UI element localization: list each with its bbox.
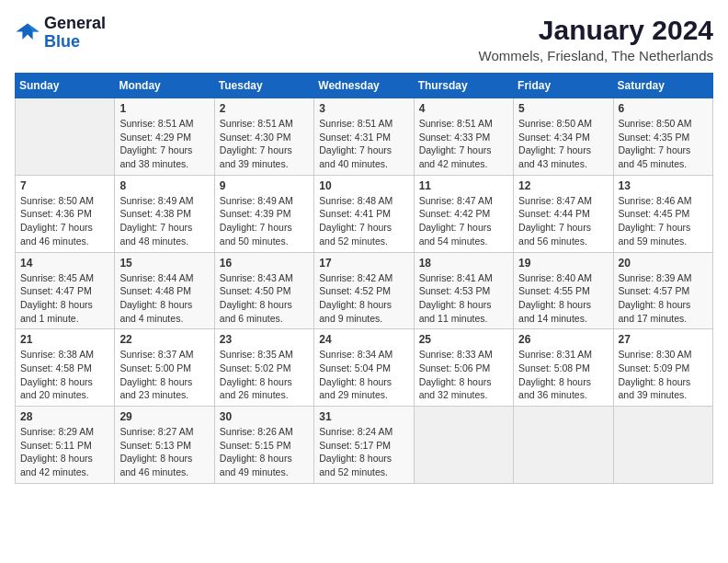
- day-number: 7: [20, 179, 109, 192]
- calendar-cell: [16, 98, 115, 176]
- day-number: 22: [119, 333, 209, 346]
- logo-line2: Blue: [44, 33, 106, 52]
- logo-line1: General: [44, 15, 106, 33]
- calendar-week-3: 14Sunrise: 8:45 AMSunset: 4:47 PMDayligh…: [16, 252, 713, 329]
- calendar-cell: 17Sunrise: 8:42 AMSunset: 4:52 PMDayligh…: [314, 252, 414, 329]
- calendar-week-1: 1Sunrise: 8:51 AMSunset: 4:29 PMDaylight…: [16, 98, 713, 176]
- day-info: Sunrise: 8:51 AMSunset: 4:29 PMDaylight:…: [119, 117, 209, 171]
- day-info: Sunrise: 8:37 AMSunset: 5:00 PMDaylight:…: [119, 348, 209, 402]
- calendar-cell: 26Sunrise: 8:31 AMSunset: 5:08 PMDayligh…: [514, 329, 613, 407]
- day-info: Sunrise: 8:30 AMSunset: 5:09 PMDaylight:…: [619, 348, 708, 402]
- calendar-cell: 14Sunrise: 8:45 AMSunset: 4:47 PMDayligh…: [16, 252, 115, 329]
- calendar-header-row: SundayMondayTuesdayWednesdayThursdayFrid…: [16, 74, 713, 98]
- day-number: 23: [220, 333, 309, 346]
- calendar-cell: 19Sunrise: 8:40 AMSunset: 4:55 PMDayligh…: [514, 252, 613, 329]
- day-info: Sunrise: 8:45 AMSunset: 4:47 PMDaylight:…: [20, 271, 109, 326]
- calendar-cell: 25Sunrise: 8:33 AMSunset: 5:06 PMDayligh…: [414, 329, 513, 407]
- day-info: Sunrise: 8:41 AMSunset: 4:53 PMDaylight:…: [419, 271, 508, 326]
- col-header-thursday: Thursday: [414, 74, 513, 98]
- day-info: Sunrise: 8:29 AMSunset: 5:11 PMDaylight:…: [20, 425, 109, 479]
- day-number: 2: [220, 102, 309, 115]
- day-info: Sunrise: 8:51 AMSunset: 4:30 PMDaylight:…: [220, 117, 309, 171]
- day-number: 24: [319, 333, 408, 346]
- day-number: 1: [119, 102, 209, 115]
- day-number: 27: [619, 333, 708, 346]
- col-header-sunday: Sunday: [16, 74, 115, 98]
- day-info: Sunrise: 8:35 AMSunset: 5:02 PMDaylight:…: [220, 348, 309, 402]
- calendar-cell: 9Sunrise: 8:49 AMSunset: 4:39 PMDaylight…: [214, 175, 313, 252]
- day-info: Sunrise: 8:27 AMSunset: 5:13 PMDaylight:…: [119, 425, 209, 479]
- day-info: Sunrise: 8:51 AMSunset: 4:31 PMDaylight:…: [319, 117, 408, 171]
- day-number: 12: [518, 179, 608, 192]
- day-info: Sunrise: 8:34 AMSunset: 5:04 PMDaylight:…: [319, 348, 408, 402]
- calendar-cell: 23Sunrise: 8:35 AMSunset: 5:02 PMDayligh…: [214, 329, 313, 407]
- calendar-cell: 3Sunrise: 8:51 AMSunset: 4:31 PMDaylight…: [314, 98, 414, 176]
- day-number: 21: [20, 333, 109, 346]
- day-number: 16: [220, 257, 309, 270]
- day-number: 19: [518, 257, 608, 270]
- day-info: Sunrise: 8:47 AMSunset: 4:44 PMDaylight:…: [518, 194, 608, 248]
- calendar-cell: 6Sunrise: 8:50 AMSunset: 4:35 PMDaylight…: [613, 98, 712, 176]
- calendar-cell: 16Sunrise: 8:43 AMSunset: 4:50 PMDayligh…: [214, 252, 313, 329]
- logo-icon: [15, 20, 40, 46]
- calendar-cell: 18Sunrise: 8:41 AMSunset: 4:53 PMDayligh…: [414, 252, 513, 329]
- logo: General Blue: [15, 15, 106, 52]
- day-number: 20: [619, 257, 708, 270]
- day-info: Sunrise: 8:43 AMSunset: 4:50 PMDaylight:…: [220, 271, 309, 326]
- day-info: Sunrise: 8:50 AMSunset: 4:36 PMDaylight:…: [20, 194, 109, 248]
- day-number: 14: [20, 257, 109, 270]
- calendar-week-5: 28Sunrise: 8:29 AMSunset: 5:11 PMDayligh…: [16, 407, 713, 484]
- calendar-cell: 7Sunrise: 8:50 AMSunset: 4:36 PMDaylight…: [16, 175, 115, 252]
- calendar-table: SundayMondayTuesdayWednesdayThursdayFrid…: [15, 73, 713, 484]
- day-number: 17: [319, 257, 408, 270]
- day-info: Sunrise: 8:31 AMSunset: 5:08 PMDaylight:…: [518, 348, 608, 402]
- calendar-cell: 8Sunrise: 8:49 AMSunset: 4:38 PMDaylight…: [115, 175, 214, 252]
- calendar-cell: [414, 407, 513, 484]
- day-info: Sunrise: 8:47 AMSunset: 4:42 PMDaylight:…: [419, 194, 508, 248]
- calendar-cell: 12Sunrise: 8:47 AMSunset: 4:44 PMDayligh…: [514, 175, 613, 252]
- day-number: 31: [319, 410, 408, 423]
- calendar-cell: 4Sunrise: 8:51 AMSunset: 4:33 PMDaylight…: [414, 98, 513, 176]
- day-number: 29: [119, 410, 209, 423]
- col-header-saturday: Saturday: [613, 74, 712, 98]
- calendar-cell: [514, 407, 613, 484]
- day-info: Sunrise: 8:50 AMSunset: 4:35 PMDaylight:…: [619, 117, 708, 171]
- day-info: Sunrise: 8:51 AMSunset: 4:33 PMDaylight:…: [419, 117, 508, 171]
- day-number: 30: [220, 410, 309, 423]
- day-info: Sunrise: 8:39 AMSunset: 4:57 PMDaylight:…: [619, 271, 708, 326]
- day-number: 13: [619, 179, 708, 192]
- calendar-cell: 27Sunrise: 8:30 AMSunset: 5:09 PMDayligh…: [613, 329, 712, 407]
- day-number: 15: [119, 257, 209, 270]
- col-header-friday: Friday: [514, 74, 613, 98]
- calendar-cell: 24Sunrise: 8:34 AMSunset: 5:04 PMDayligh…: [314, 329, 414, 407]
- day-info: Sunrise: 8:46 AMSunset: 4:45 PMDaylight:…: [619, 194, 708, 248]
- day-number: 25: [419, 333, 508, 346]
- day-info: Sunrise: 8:50 AMSunset: 4:34 PMDaylight:…: [518, 117, 608, 171]
- calendar-cell: 1Sunrise: 8:51 AMSunset: 4:29 PMDaylight…: [115, 98, 214, 176]
- col-header-wednesday: Wednesday: [314, 74, 414, 98]
- calendar-week-2: 7Sunrise: 8:50 AMSunset: 4:36 PMDaylight…: [16, 175, 713, 252]
- calendar-cell: 2Sunrise: 8:51 AMSunset: 4:30 PMDaylight…: [214, 98, 313, 176]
- day-info: Sunrise: 8:24 AMSunset: 5:17 PMDaylight:…: [319, 425, 408, 479]
- calendar-cell: 13Sunrise: 8:46 AMSunset: 4:45 PMDayligh…: [613, 175, 712, 252]
- day-info: Sunrise: 8:33 AMSunset: 5:06 PMDaylight:…: [419, 348, 508, 402]
- day-info: Sunrise: 8:40 AMSunset: 4:55 PMDaylight:…: [518, 271, 608, 326]
- calendar-subtitle: Wommels, Friesland, The Netherlands: [479, 48, 713, 63]
- day-number: 3: [319, 102, 408, 115]
- day-info: Sunrise: 8:49 AMSunset: 4:39 PMDaylight:…: [220, 194, 309, 248]
- calendar-cell: 15Sunrise: 8:44 AMSunset: 4:48 PMDayligh…: [115, 252, 214, 329]
- col-header-tuesday: Tuesday: [214, 74, 313, 98]
- calendar-title: January 2024: [479, 15, 713, 46]
- calendar-week-4: 21Sunrise: 8:38 AMSunset: 4:58 PMDayligh…: [16, 329, 713, 407]
- calendar-cell: 20Sunrise: 8:39 AMSunset: 4:57 PMDayligh…: [613, 252, 712, 329]
- day-info: Sunrise: 8:49 AMSunset: 4:38 PMDaylight:…: [119, 194, 209, 248]
- day-number: 9: [220, 179, 309, 192]
- calendar-cell: 21Sunrise: 8:38 AMSunset: 4:58 PMDayligh…: [16, 329, 115, 407]
- day-info: Sunrise: 8:26 AMSunset: 5:15 PMDaylight:…: [220, 425, 309, 479]
- day-number: 10: [319, 179, 408, 192]
- day-number: 6: [619, 102, 708, 115]
- calendar-cell: 30Sunrise: 8:26 AMSunset: 5:15 PMDayligh…: [214, 407, 313, 484]
- day-info: Sunrise: 8:38 AMSunset: 4:58 PMDaylight:…: [20, 348, 109, 402]
- calendar-cell: 29Sunrise: 8:27 AMSunset: 5:13 PMDayligh…: [115, 407, 214, 484]
- calendar-cell: 28Sunrise: 8:29 AMSunset: 5:11 PMDayligh…: [16, 407, 115, 484]
